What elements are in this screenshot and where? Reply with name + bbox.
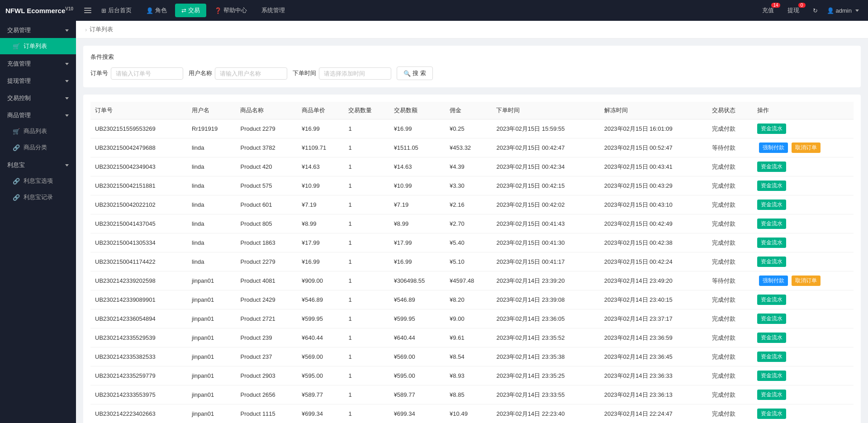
sidebar-item-interest-records[interactable]: 🔗 利息宝记录 — [0, 189, 76, 205]
sidebar-section-withdraw-header[interactable]: 提现管理 — [0, 71, 76, 89]
cell-commission: ¥8.93 — [445, 366, 492, 385]
recharge-button[interactable]: 充值 14 — [759, 5, 778, 16]
cell-commission: ¥2.16 — [445, 195, 492, 214]
cell-unfreeze: 2023年02月14日 23:36:13 — [600, 385, 707, 404]
cell-qty: 1 — [344, 404, 389, 423]
admin-user-icon: 👤 — [827, 7, 834, 14]
interest-link-icon2: 🔗 — [13, 194, 20, 201]
cell-unfreeze: 2023年02月15日 00:42:24 — [600, 252, 707, 271]
cell-username: jinpan01 — [187, 366, 236, 385]
cell-status: 完成付款 — [707, 347, 753, 366]
cell-qty: 1 — [344, 176, 389, 195]
cell-amount: ¥1511.05 — [389, 138, 445, 157]
cell-ops: 资金流水 — [753, 157, 854, 176]
recharge-badge: 14 — [771, 3, 780, 8]
search-input-orderno[interactable] — [111, 67, 183, 80]
withdraw-button[interactable]: 提现 0 — [784, 5, 803, 16]
nav-trade[interactable]: ⇄ 交易 — [175, 4, 206, 17]
cell-unfreeze: 2023年02月14日 23:36:33 — [600, 366, 707, 385]
sidebar-section-trade-header[interactable]: 交易管理 — [0, 21, 76, 38]
cashflow-button[interactable]: 资金流水 — [757, 238, 786, 248]
cancel-order-button[interactable]: 取消订单 — [792, 276, 821, 286]
cashflow-button[interactable]: 资金流水 — [757, 314, 786, 324]
cell-amount: ¥569.00 — [389, 347, 445, 366]
recharge-chevron-icon — [65, 63, 69, 65]
cell-unitprice: ¥16.99 — [297, 119, 344, 138]
user-icon-nav: 👤 — [146, 7, 153, 14]
cell-ops: 资金流水 — [753, 176, 854, 195]
cashflow-button[interactable]: 资金流水 — [757, 333, 786, 343]
cell-unfreeze: 2023年02月15日 00:43:41 — [600, 157, 707, 176]
search-field-username: 用户名称 — [189, 67, 287, 80]
table-header-row: 订单号 用户名 商品名称 商品单价 交易数量 交易数额 佣金 下单时间 解冻时间… — [90, 102, 854, 119]
search-input-username[interactable] — [215, 67, 287, 80]
cashflow-button[interactable]: 资金流水 — [757, 257, 786, 267]
cell-username: linda — [187, 252, 236, 271]
sidebar-item-goods-list[interactable]: 🛒 商品列表 — [0, 123, 76, 139]
cell-status: 完成付款 — [707, 233, 753, 252]
force-pay-button[interactable]: 强制付款 — [759, 276, 788, 286]
sidebar-section-goods-header[interactable]: 商品管理 — [0, 106, 76, 123]
cell-product: Product 575 — [236, 176, 297, 195]
main-content: › 订单列表 条件搜索 订单号 用户名称 下单时间 — [76, 21, 868, 423]
nav-help[interactable]: ❓ 帮助中心 — [208, 4, 253, 17]
admin-menu[interactable]: 👤 admin — [823, 5, 863, 16]
cell-username: jinpan01 — [187, 385, 236, 404]
cell-username: linda — [187, 157, 236, 176]
cell-ordertime: 2023年02月15日 00:42:02 — [492, 195, 599, 214]
cell-status: 完成付款 — [707, 176, 753, 195]
th-commission: 佣金 — [445, 102, 492, 119]
cell-commission: ¥4597.48 — [445, 271, 492, 290]
cell-unfreeze: 2023年02月15日 00:43:10 — [600, 195, 707, 214]
th-amount: 交易数额 — [389, 102, 445, 119]
th-unfreeze: 解冻时间 — [600, 102, 707, 119]
cashflow-button[interactable]: 资金流水 — [757, 409, 786, 419]
sidebar-item-orders[interactable]: 🛒 订单列表 — [0, 38, 76, 54]
sidebar-item-interest-options[interactable]: 🔗 利息宝选项 — [0, 173, 76, 189]
cell-unitprice: ¥595.00 — [297, 366, 344, 385]
cell-unitprice: ¥699.34 — [297, 404, 344, 423]
cell-amount: ¥546.89 — [389, 290, 445, 309]
cashflow-button[interactable]: 资金流水 — [757, 219, 786, 229]
cell-qty: 1 — [344, 328, 389, 347]
cell-ordertime: 2023年02月14日 23:39:20 — [492, 271, 599, 290]
sidebar-section-tradecontrol-header[interactable]: 交易控制 — [0, 89, 76, 106]
reload-button[interactable]: ↻ — [809, 5, 821, 16]
interest-chevron-icon — [65, 164, 69, 166]
cell-product: Product 237 — [236, 347, 297, 366]
cashflow-button[interactable]: 资金流水 — [757, 124, 786, 134]
cell-username: linda — [187, 195, 236, 214]
cashflow-button[interactable]: 资金流水 — [757, 295, 786, 305]
cell-product: Product 2656 — [236, 385, 297, 404]
search-input-time[interactable] — [319, 67, 391, 80]
cell-status: 完成付款 — [707, 157, 753, 176]
th-orderno: 订单号 — [90, 102, 187, 119]
cashflow-button[interactable]: 资金流水 — [757, 352, 786, 362]
cell-product: Product 1863 — [236, 233, 297, 252]
goods-cart-icon: 🛒 — [13, 128, 20, 135]
cashflow-button[interactable]: 资金流水 — [757, 200, 786, 210]
help-icon-nav: ❓ — [214, 7, 222, 14]
breadcrumb-arrow: › — [85, 26, 87, 33]
cashflow-button[interactable]: 资金流水 — [757, 371, 786, 381]
sidebar-section-recharge-header[interactable]: 充值管理 — [0, 54, 76, 71]
nav-role[interactable]: 👤 角色 — [140, 4, 173, 17]
admin-chevron-icon — [855, 10, 859, 12]
nav-home[interactable]: ⊞ 后台首页 — [95, 4, 138, 17]
withdraw-chevron-icon — [65, 80, 69, 82]
sidebar-section-goods: 商品管理 🛒 商品列表 🔗 商品分类 — [0, 106, 76, 156]
sidebar-section-interest-header[interactable]: 利息宝 — [0, 156, 76, 173]
cell-orderno: UB2302151559553269 — [90, 119, 187, 138]
table-row: UB2302142339089901jinpan01Product 2429¥5… — [90, 290, 854, 309]
cell-status: 完成付款 — [707, 195, 753, 214]
cashflow-button[interactable]: 资金流水 — [757, 390, 786, 400]
hamburger-menu[interactable] — [82, 6, 93, 15]
cancel-order-button[interactable]: 取消订单 — [792, 143, 821, 153]
cashflow-button[interactable]: 资金流水 — [757, 162, 786, 172]
nav-system[interactable]: 系统管理 — [255, 4, 291, 17]
cell-unfreeze: 2023年02月14日 23:37:17 — [600, 309, 707, 328]
force-pay-button[interactable]: 强制付款 — [759, 143, 788, 153]
cashflow-button[interactable]: 资金流水 — [757, 181, 786, 191]
sidebar-item-goods-category[interactable]: 🔗 商品分类 — [0, 139, 76, 156]
search-button[interactable]: 🔍 搜 索 — [397, 67, 433, 80]
